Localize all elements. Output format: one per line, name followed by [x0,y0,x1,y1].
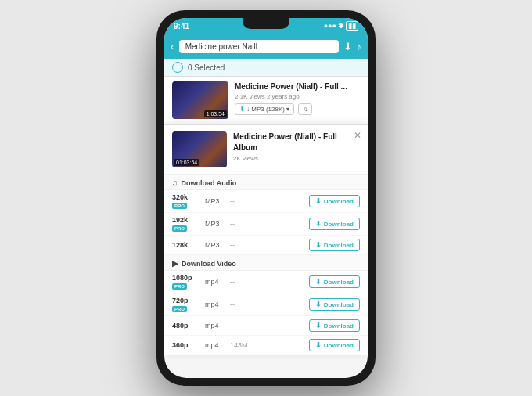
download-button-video-720p[interactable]: ⬇ Download [309,298,360,311]
video-size-720p: -- [230,301,306,308]
share-icon: ♫ [303,106,307,113]
modal-thumbnail: 01:03:54 [172,131,227,167]
modal-header: 01:03:54 Medicine Power (Niall) - Full A… [164,125,368,175]
audio-size-128k: -- [230,241,306,249]
video-quality-360p: 360p [172,341,202,349]
video-row-1080p: 1080p PRO mp4 -- ⬇ Download [164,271,368,293]
top-bar: ‹ Medicine power Naill ⬇ ♪ [164,34,368,59]
audio-format-128k: MP3 [205,241,227,249]
video-item: 1:03:54 Medicine Power (Niall) - Full ..… [164,77,368,124]
notch [243,18,289,29]
dl-label-video-1080p: Download [324,279,354,286]
dl-icon-video-360p: ⬇ [315,341,322,349]
video-section-icon: ▶ [172,259,178,268]
mp3-dl-icon: ⬇ [239,106,245,113]
audio-section-label: Download Audio [182,179,237,187]
video-quality-480p: 480p [172,322,202,329]
pro-badge-720p: PRO [172,306,187,312]
video-title: Medicine Power (Niall) - Full ... [235,81,360,92]
audio-quality-192k: 192k PRO [172,216,202,232]
dl-icon-audio-320k: ⬇ [315,197,322,205]
top-icons: ⬇ ♪ [343,41,362,52]
dl-icon-audio-192k: ⬇ [315,220,322,228]
audio-row-128k: 128k MP3 -- ⬇ Download [164,236,368,255]
video-row-360p: 360p mp4 143M ⬇ Download [164,336,368,355]
modal-title: Medicine Power (Niall) - Full Album [233,131,360,153]
audio-format-192k: MP3 [205,220,227,228]
mp3-download-button[interactable]: ⬇ ↓ MP3 (128K) ▾ [235,103,294,115]
video-size-1080p: -- [230,278,306,286]
signal-icon: ●●● [324,22,336,30]
thumb-duration: 1:03:54 [204,110,227,117]
pro-badge-320k: PRO [172,203,187,209]
video-thumbnail: 1:03:54 [172,81,228,119]
video-section-label: Download Video [182,260,236,268]
audio-quality-128k: 128k [172,241,202,249]
audio-size-320k: -- [230,197,306,205]
video-quality-1080p: 1080p PRO [172,274,202,290]
download-header-icon[interactable]: ⬇ [343,41,352,52]
music-header-icon[interactable]: ♪ [357,41,362,52]
download-button-audio-192k[interactable]: ⬇ Download [309,218,360,230]
phone-screen: 9:41 ●●● ✱ ▮▮ ‹ Medicine power Naill ⬇ ♪… [164,18,368,378]
download-button-audio-320k[interactable]: ⬇ Download [309,195,360,207]
phone-frame: 9:41 ●●● ✱ ▮▮ ‹ Medicine power Naill ⬇ ♪… [156,10,376,386]
video-size-360p: 143M [230,341,306,349]
select-checkbox[interactable] [172,62,183,73]
video-section-header: ▶ Download Video [164,255,368,271]
status-right: ●●● ✱ ▮▮ [324,21,358,31]
audio-row-320k: 320k PRO MP3 -- ⬇ Download [164,190,368,213]
modal-info: Medicine Power (Niall) - Full Album 2K v… [233,131,360,162]
mp3-btn-label: ↓ MP3 (128K) [246,106,285,113]
audio-format-320k: MP3 [205,197,227,205]
modal-meta: 2K views [233,155,360,162]
dl-label-audio-192k: Download [324,221,354,228]
video-info: Medicine Power (Niall) - Full ... 2.1K v… [235,81,360,115]
dl-icon-audio-128k: ⬇ [315,241,322,249]
video-format-480p: mp4 [205,322,227,329]
selected-count: 0 Selected [188,63,225,72]
video-size-480p: -- [230,322,306,329]
video-format-360p: mp4 [205,341,227,349]
battery-icon: ▮▮ [346,21,358,31]
pro-badge-1080p: PRO [172,283,187,290]
dl-icon-video-720p: ⬇ [315,301,322,308]
modal-duration: 01:03:54 [174,159,200,166]
dl-label-video-360p: Download [324,342,354,349]
dl-icon-video-480p: ⬇ [315,322,322,329]
mp3-chevron: ▾ [286,106,289,113]
back-button[interactable]: ‹ [171,40,174,52]
audio-section-header: ♫ Download Audio [164,175,368,190]
download-button-video-360p[interactable]: ⬇ Download [309,339,360,351]
modal-box: 01:03:54 Medicine Power (Niall) - Full A… [164,124,368,355]
download-button-video-480p[interactable]: ⬇ Download [309,319,360,332]
video-quality-720p: 720p PRO [172,297,202,312]
video-row-480p: 480p mp4 -- ⬇ Download [164,316,368,336]
audio-section-icon: ♫ [172,178,178,187]
bluetooth-icon: ✱ [338,22,344,30]
dl-label-video-480p: Download [324,322,354,329]
dl-label-audio-320k: Download [324,198,354,205]
download-button-video-1080p[interactable]: ⬇ Download [309,275,360,288]
pro-badge-192k: PRO [172,225,187,232]
video-actions: ⬇ ↓ MP3 (128K) ▾ ♫ [235,103,360,115]
status-time: 9:41 [174,22,189,31]
video-format-1080p: mp4 [205,278,227,286]
video-meta: 2.1K views 2 years ago [235,93,360,100]
dl-icon-video-1080p: ⬇ [315,278,322,286]
dl-label-video-720p: Download [324,301,354,308]
selected-bar: 0 Selected [164,59,368,77]
dl-label-audio-128k: Download [324,242,354,249]
audio-row-192k: 192k PRO MP3 -- ⬇ Download [164,213,368,236]
search-box[interactable]: Medicine power Naill [179,40,339,53]
share-button[interactable]: ♫ [298,103,312,115]
audio-quality-320k: 320k PRO [172,193,202,209]
download-button-audio-128k[interactable]: ⬇ Download [309,239,360,251]
video-format-720p: mp4 [205,301,227,308]
audio-size-192k: -- [230,220,306,228]
video-row-720p: 720p PRO mp4 -- ⬇ Download [164,293,368,316]
modal-close-button[interactable]: ✕ [354,130,361,141]
